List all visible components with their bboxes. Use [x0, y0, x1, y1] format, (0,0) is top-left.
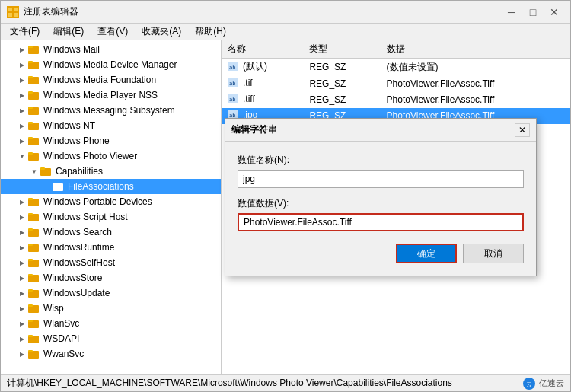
dialog-ok-button[interactable]: 确定 — [396, 244, 457, 263]
dialog-buttons: 确定 取消 — [238, 244, 524, 263]
dialog-overlay: 编辑字符串 ✕ 数值名称(N): 数值数据(V): 确定 取消 — [0, 0, 571, 392]
dialog-title-bar: 编辑字符串 ✕ — [225, 119, 536, 142]
dialog-data-input[interactable] — [238, 213, 524, 231]
edit-string-dialog: 编辑字符串 ✕ 数值名称(N): 数值数据(V): 确定 取消 — [225, 118, 537, 276]
dialog-data-label: 数值数据(V): — [238, 197, 524, 210]
dialog-body: 数值名称(N): 数值数据(V): 确定 取消 — [225, 142, 536, 276]
dialog-close-button[interactable]: ✕ — [515, 123, 530, 137]
dialog-title: 编辑字符串 — [231, 123, 515, 136]
dialog-name-input[interactable] — [238, 170, 524, 188]
dialog-cancel-button[interactable]: 取消 — [463, 244, 524, 263]
dialog-name-label: 数值名称(N): — [238, 154, 524, 167]
